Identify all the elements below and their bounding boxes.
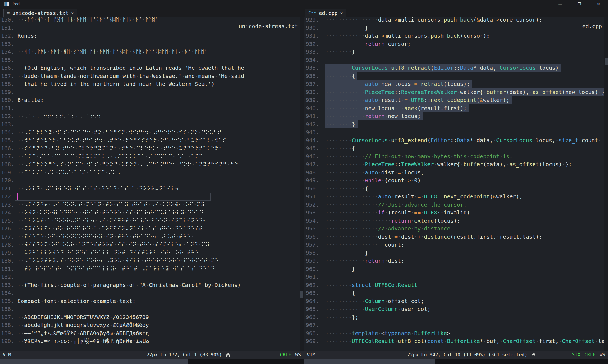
vertical-scrollbar-thumb[interactable] [605, 58, 608, 64]
close-button[interactable]: ✕ [589, 0, 608, 8]
code-line[interactable]: 179.··⠥⠝⠓⠁⠇⠇⠕⠺⠑⠙·⠓⠁⠝⠙⠎·⠎⠓⠁⠇⠇·⠝⠕⠞·⠙⠊⠎⠞⠥⠗⠃… [0, 249, 300, 257]
code-line[interactable]: 961. [304, 273, 604, 281]
code-line[interactable]: 942.········} [304, 120, 604, 129]
code-line[interactable]: 944.········CursorLocus·utf8_extend(Edit… [304, 136, 604, 145]
code-line[interactable]: 945.········{ [304, 144, 604, 153]
code-line[interactable]: 164.··⠠⠍⠁⠗⠇⠑⠽·⠺⠁⠎·⠙⠑⠁⠙⠒·⠞⠕·⠃⠑⠛⠊⠝·⠺⠊⠞⠓⠲·⠠… [0, 128, 300, 136]
code-line[interactable]: 966.········}; [304, 313, 604, 321]
editor-pane-left[interactable]: unicode-stress.txt 150.··ᚦᚫᛏ·ᚻᛖ·ᛚᛁᚠᛞᛖ·ᛁᚾ… [0, 17, 304, 364]
code-line[interactable]: 958.············} [304, 249, 604, 257]
code-line[interactable]: 166.··⠎⠊⠛⠝⠑⠙·⠃⠽·⠞⠓⠑·⠉⠇⠑⠗⠛⠽⠍⠁⠝⠂·⠞⠓⠑·⠉⠇⠑⠗⠅… [0, 144, 300, 153]
code-line[interactable]: 951.················auto·result·=·UTF8::… [304, 193, 604, 201]
editor-pane-right[interactable]: ed.cpp 929.················data->multi_c… [304, 17, 608, 364]
code-line[interactable]: 189.··–—‘“”„†•…‰™œŠŸž€·ΑΒΓΔΩαβγδω·АБВГДа… [0, 329, 300, 338]
tab-close-icon[interactable]: ✕ [71, 11, 74, 16]
code-line[interactable]: 154.··ᚻᛖ·ᚳᚹᚫᚦ·ᚦᚫᛏ·ᚻᛖ·ᛒᚢᛞᛖ·ᚩᚾ·ᚦᚫᛗ·ᛚᚪᚾᛞᛖ·ᚾ… [0, 48, 300, 56]
code-line[interactable]: 172. [0, 193, 300, 201]
code-line[interactable]: 936.········{ [304, 72, 604, 80]
minimize-button[interactable]: — [551, 0, 570, 8]
vertical-scrollbar[interactable] [604, 17, 608, 351]
code-line[interactable]: 956.················dist·=·dist·+·distan… [304, 233, 604, 241]
code-line[interactable]: 933.········} [304, 48, 604, 56]
code-line[interactable]: 943. [304, 128, 604, 136]
code-line[interactable]: 169.··⠉⠓⠕⠎⠑·⠞⠕·⠏⠥⠞·⠓⠊⠎·⠓⠁⠝⠙·⠞⠕⠲ [0, 169, 300, 177]
code-line[interactable]: 162.··⠠⠁·⠠⠉⠓⠗⠊⠎⠞⠍⠁⠎·⠠⠉⠁⠗⠕⠇ [0, 112, 300, 120]
code-line[interactable]: 170. [0, 177, 300, 185]
code-line[interactable]: 929.················data->multi_cursors.… [304, 17, 604, 24]
code-line[interactable]: 938.············PieceTree::ReverseTreeWa… [304, 88, 604, 96]
code-line[interactable]: 931.············data->multi_cursors.push… [304, 32, 604, 40]
code-line[interactable]: 161. [0, 104, 300, 113]
code-line[interactable]: 188.··abcdefghijklmnopqrstuvwxyz·£©µÀÆÖÞ… [0, 321, 300, 329]
code-line[interactable]: 158.··that·he·lived·in·the·northern·land… [0, 80, 300, 88]
code-line[interactable]: 160.Braille: [0, 96, 300, 104]
code-line[interactable]: 184. [0, 289, 300, 297]
code-line[interactable]: 165.··⠺⠓⠁⠞⠑⠧⠑⠗·⠁⠃⠕⠥⠞·⠞⠓⠁⠞⠲·⠠⠞⠓⠑·⠗⠑⠛⠊⠎⠞⠑⠗… [0, 136, 300, 145]
code-line[interactable]: 180.··⠠⠉⠕⠥⠝⠞⠗⠽⠄⠎·⠙⠕⠝⠑·⠋⠕⠗⠲·⠠⠽⠕⠥·⠺⠊⠇⠇·⠞⠓⠑… [0, 257, 300, 265]
tab-unicode-stress[interactable]: ≡ unicode-stress.txt ✕ [3, 9, 77, 17]
code-line[interactable]: 940.············new_locus·=·seek(result.… [304, 104, 604, 113]
code-line[interactable]: 953.················if·(result·==·UTF8::… [304, 209, 604, 217]
code-line[interactable]: 182. [0, 273, 300, 281]
code-line[interactable]: 175.··⠁⠃⠕⠥⠞·⠁·⠙⠕⠕⠗⠤⠝⠁⠊⠇⠲·⠠⠊·⠍⠊⠛⠓⠞·⠓⠁⠧⠑·⠃… [0, 217, 300, 225]
vertical-scrollbar[interactable] [300, 17, 304, 351]
code-line[interactable]: 969.········UTF8ColResult·utf8_col(const… [304, 337, 604, 345]
code-line[interactable]: 962.········struct·UTF8ColResult [304, 281, 604, 289]
code-line[interactable]: 183.··(The·first·couple·of·paragraphs·of… [0, 281, 300, 289]
code-line[interactable]: 948.············auto·dist·=·locus; [304, 169, 604, 177]
code-line[interactable]: 159. [0, 88, 300, 96]
code-line[interactable]: 171.··⠠⠕⠇⠙·⠠⠍⠁⠗⠇⠑⠽·⠺⠁⠎·⠁⠎·⠙⠑⠁⠙·⠁⠎·⠁·⠙⠕⠕⠗… [0, 185, 300, 193]
code-line[interactable]: 168.··⠠⠎⠉⠗⠕⠕⠛⠑⠄⠎·⠝⠁⠍⠑·⠺⠁⠎·⠛⠕⠕⠙·⠥⠏⠕⠝·⠄⠠⠉⠓… [0, 160, 300, 169]
code-line[interactable]: 163. [0, 120, 300, 129]
code-line[interactable]: 185.Compact·font·selection·example·text: [0, 297, 300, 305]
code-line[interactable]: 963.········{ [304, 289, 604, 297]
code-line[interactable]: 935.········CursorLocus·utf8_retract(Edi… [304, 64, 604, 72]
code-line[interactable]: 177.··⠏⠊⠑⠉⠑·⠕⠋·⠊⠗⠕⠝⠍⠕⠝⠛⠑⠗⠽·⠊⠝·⠞⠓⠑·⠞⠗⠁⠙⠑⠲… [0, 233, 300, 241]
code-line[interactable]: 955.················//·Advance·by·distan… [304, 225, 604, 233]
code-line[interactable]: 187.··ABCDEFGHIJKLMNOPQRSTUVWXYZ·/012345… [0, 313, 300, 321]
horizontal-scrollbar[interactable] [304, 359, 608, 364]
code-line[interactable]: 156.··(Old·English,·which·transcribed·in… [0, 64, 300, 72]
code-line[interactable]: 153. [0, 40, 300, 48]
code-line[interactable]: 959.············return·dist; [304, 257, 604, 265]
code-area[interactable]: 929.················data->multi_cursors.… [304, 17, 604, 351]
tab-ed-cpp[interactable]: C⁺⁺ ed.cpp ✕ [305, 9, 346, 17]
code-line[interactable]: 932.············return·cursor; [304, 40, 604, 48]
title-bar[interactable]: fred — ☐ ✕ [0, 0, 608, 8]
horizontal-scrollbar-thumb[interactable] [304, 359, 435, 364]
code-line[interactable]: 967. [304, 321, 604, 329]
code-line[interactable]: 152.Runes: [0, 32, 300, 40]
code-line[interactable]: 930.············} [304, 24, 604, 32]
code-line[interactable]: 946.············//·Find·out·how·many·byt… [304, 153, 604, 161]
code-line[interactable]: 181.··⠞⠕·⠗⠑⠏⠑⠁⠞⠂·⠑⠍⠏⠓⠁⠞⠊⠉⠁⠇⠇⠽⠂·⠞⠓⠁⠞·⠠⠍⠁⠗… [0, 265, 300, 273]
code-line[interactable]: 954.····················return·extend(lo… [304, 217, 604, 225]
maximize-button[interactable]: ☐ [570, 0, 589, 8]
code-line[interactable]: 155. [0, 56, 300, 64]
code-line[interactable]: 937.············auto·new_locus·=·retract… [304, 80, 604, 88]
code-line[interactable]: 947.············PieceTree::TreeWalker·wa… [304, 160, 604, 169]
code-line[interactable]: 964.············Column·offset_col; [304, 297, 604, 305]
code-line[interactable]: 173.··⠠⠍⠊⠝⠙⠖·⠠⠊·⠙⠕⠝⠄⠞·⠍⠑⠁⠝·⠞⠕·⠎⠁⠽·⠞⠓⠁⠞·⠠… [0, 201, 300, 209]
code-line[interactable]: 950.············{ [304, 185, 604, 193]
code-line[interactable]: 939.············auto·result·=·UTF8::next… [304, 96, 604, 104]
code-line[interactable]: 952.················//·Just·advance·the·… [304, 201, 604, 209]
code-line[interactable]: 176.··⠍⠽⠎⠑⠇⠋⠂·⠞⠕·⠗⠑⠛⠁⠗⠙·⠁·⠉⠕⠋⠋⠊⠝⠤⠝⠁⠊⠇·⠁⠎… [0, 225, 300, 233]
code-line[interactable]: 957.················--count; [304, 241, 604, 249]
code-line[interactable]: 190.··∀∂∈ℝ∧∪≡∞·↑↗↨↻⇣·┐┼╔╘░►☺♀·ﬁ�⑀₂ἠḂӥẄɐː… [0, 337, 300, 345]
code-line[interactable]: 157.··bude·thaem·lande·northweardum·with… [0, 72, 300, 80]
horizontal-scrollbar-thumb[interactable] [0, 359, 188, 364]
code-line[interactable]: 186. [0, 305, 300, 313]
code-line[interactable]: 968.········template·<typename·BufferLik… [304, 329, 604, 338]
code-line[interactable]: 178.··⠺⠊⠎⠙⠕⠍·⠕⠋·⠕⠥⠗·⠁⠝⠉⠑⠎⠞⠕⠗⠎·⠊⠎·⠊⠝·⠞⠓⠑·… [0, 241, 300, 249]
code-line[interactable]: 960.········} [304, 265, 604, 273]
code-line[interactable]: 934. [304, 56, 604, 64]
code-line[interactable]: 167.··⠁⠝⠙·⠞⠓⠑·⠉⠓⠊⠑⠋·⠍⠕⠥⠗⠝⠑⠗⠲·⠠⠎⠉⠗⠕⠕⠛⠑·⠎⠊… [0, 153, 300, 161]
code-line[interactable]: 949.············while·(count·>·0) [304, 177, 604, 185]
tab-close-icon[interactable]: ✕ [340, 11, 343, 16]
code-area[interactable]: 150.··ᚦᚫᛏ·ᚻᛖ·ᛚᛁᚠᛞᛖ·ᛁᚾ·ᚦᚫᛗ·ᚾᚩᚱᚦᛚᚪᚾᛞᛖ·ᚹᛁᚦ·… [0, 17, 300, 351]
code-line[interactable]: 941.············return·new_locus; [304, 112, 604, 120]
code-line[interactable]: 174.··⠕⠺⠝·⠅⠝⠕⠺⠇⠑⠙⠛⠑⠂·⠺⠓⠁⠞·⠞⠓⠑⠗⠑·⠊⠎·⠏⠁⠗⠞⠊… [0, 209, 300, 217]
code-line[interactable]: 965.············UserColumn·user_col; [304, 305, 604, 313]
vertical-scrollbar-thumb[interactable] [300, 291, 303, 298]
horizontal-scrollbar[interactable] [0, 359, 304, 364]
